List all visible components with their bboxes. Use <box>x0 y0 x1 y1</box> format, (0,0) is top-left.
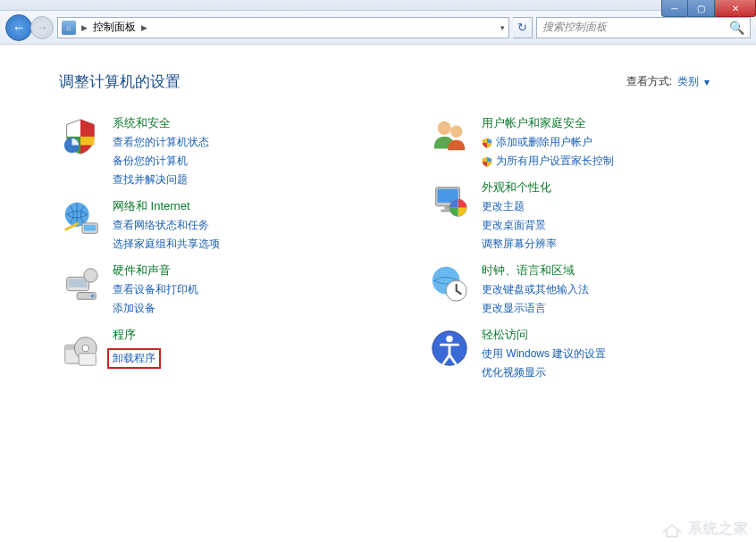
page-title: 调整计算机的设置 <box>59 71 181 92</box>
link-text: 查看设备和打印机 <box>113 282 198 297</box>
category-title[interactable]: 轻松访问 <box>482 327 606 343</box>
category-link[interactable]: 更改显示语言 <box>482 301 589 316</box>
category-link[interactable]: 卸载程序 <box>113 351 155 366</box>
link-text: 查找并解决问题 <box>113 172 188 188</box>
category: 网络和 Internet查看网络状态和任务选择家庭组和共享选项 <box>59 198 365 252</box>
category: 用户帐户和家庭安全添加或删除用户帐户为所有用户设置家长控制 <box>428 115 735 169</box>
shield-icon <box>482 156 492 167</box>
svg-point-26 <box>446 336 453 343</box>
category-link[interactable]: 查看网络状态和任务 <box>113 218 220 233</box>
category-body: 程序卸载程序 <box>113 327 161 370</box>
category-link[interactable]: 查看设备和打印机 <box>113 282 198 297</box>
breadcrumb-label[interactable]: 控制面板 <box>93 20 136 35</box>
category: 轻松访问使用 Windows 建议的设置优化视频显示 <box>428 327 735 380</box>
navbar: ← → ⌂ ▶ 控制面板 ▶ ▾ ↻ 搜索控制面板 🔍 <box>0 11 756 45</box>
link-text: 为所有用户设置家长控制 <box>496 154 614 169</box>
category-body: 硬件和声音查看设备和打印机添加设备 <box>113 263 198 316</box>
watermark: 系统之家 <box>661 520 749 538</box>
svg-point-9 <box>91 295 95 298</box>
category: 程序卸载程序 <box>59 327 365 370</box>
search-icon[interactable]: 🔍 <box>729 21 744 35</box>
right-column: 用户帐户和家庭安全添加或删除用户帐户为所有用户设置家长控制外观和个性化更改主题更… <box>428 115 735 380</box>
control-panel-icon: ⌂ <box>62 21 76 35</box>
link-text: 卸载程序 <box>113 351 155 366</box>
svg-rect-6 <box>69 279 88 288</box>
watermark-text: 系统之家 <box>688 520 749 538</box>
link-text: 添加设备 <box>113 301 155 316</box>
category-icon <box>59 327 102 370</box>
category-link[interactable]: 更改桌面背景 <box>482 218 557 233</box>
link-text: 备份您的计算机 <box>113 154 188 169</box>
window-controls: ─ ▢ ✕ <box>661 0 756 17</box>
link-text: 调整屏幕分辨率 <box>482 237 557 252</box>
link-text: 选择家庭组和共享选项 <box>113 237 220 252</box>
svg-rect-14 <box>79 354 96 365</box>
category-link[interactable]: 更改键盘或其他输入法 <box>482 282 589 297</box>
category-icon <box>59 115 102 158</box>
link-text: 更改桌面背景 <box>482 218 546 233</box>
link-text: 查看网络状态和任务 <box>113 218 209 233</box>
content: 调整计算机的设置 查看方式: 类别 ▾ 系统和安全查看您的计算机状态备份您的计算… <box>0 45 756 542</box>
address-bar[interactable]: ⌂ ▶ 控制面板 ▶ ▾ <box>57 17 509 38</box>
category-link[interactable]: 查看您的计算机状态 <box>113 135 209 150</box>
category-link[interactable]: 使用 Windows 建议的设置 <box>482 346 606 362</box>
search-input[interactable]: 搜索控制面板 🔍 <box>536 17 751 38</box>
maximize-button[interactable]: ▢ <box>688 0 715 17</box>
left-column: 系统和安全查看您的计算机状态备份您的计算机查找并解决问题网络和 Internet… <box>59 115 365 380</box>
category-link[interactable]: 调整屏幕分辨率 <box>482 237 557 252</box>
svg-point-7 <box>84 269 97 282</box>
category-body: 用户帐户和家庭安全添加或删除用户帐户为所有用户设置家长控制 <box>482 115 614 169</box>
link-text: 更改键盘或其他输入法 <box>482 282 589 297</box>
highlighted-link[interactable]: 卸载程序 <box>107 348 161 369</box>
category-title[interactable]: 系统和安全 <box>113 115 209 131</box>
view-by: 查看方式: 类别 ▾ <box>626 74 710 89</box>
category-link[interactable]: 为所有用户设置家长控制 <box>482 154 614 169</box>
titlebar: ─ ▢ ✕ <box>0 0 756 11</box>
link-text: 使用 Windows 建议的设置 <box>482 346 606 362</box>
view-by-value[interactable]: 类别 <box>677 74 699 89</box>
link-text: 添加或删除用户帐户 <box>496 135 592 150</box>
refresh-button[interactable]: ↻ <box>513 17 533 38</box>
category-icon <box>428 327 471 370</box>
forward-button[interactable]: → <box>30 16 54 39</box>
link-text: 更改主题 <box>482 199 525 214</box>
link-text: 更改显示语言 <box>482 301 546 316</box>
category: 外观和个性化更改主题更改桌面背景调整屏幕分辨率 <box>428 179 735 252</box>
close-button[interactable]: ✕ <box>715 0 756 17</box>
category-body: 外观和个性化更改主题更改桌面背景调整屏幕分辨率 <box>482 179 557 252</box>
category-title[interactable]: 外观和个性化 <box>482 179 557 196</box>
category-title[interactable]: 硬件和声音 <box>113 263 198 279</box>
category-body: 系统和安全查看您的计算机状态备份您的计算机查找并解决问题 <box>113 115 209 188</box>
view-by-label: 查看方式: <box>626 74 672 89</box>
svg-rect-4 <box>84 225 96 231</box>
category-title[interactable]: 网络和 Internet <box>113 198 220 214</box>
chevron-down-icon[interactable]: ▾ <box>704 76 710 88</box>
category-body: 轻松访问使用 Windows 建议的设置优化视频显示 <box>482 327 606 380</box>
category-icon <box>59 263 102 305</box>
nav-arrows: ← → <box>5 14 54 41</box>
minimize-button[interactable]: ─ <box>661 0 688 17</box>
category-body: 网络和 Internet查看网络状态和任务选择家庭组和共享选项 <box>113 198 220 252</box>
link-text: 优化视频显示 <box>482 365 546 380</box>
category-link[interactable]: 更改主题 <box>482 199 557 214</box>
category-icon <box>428 263 471 305</box>
breadcrumb-sep-icon: ▶ <box>81 23 88 32</box>
address-dropdown-icon[interactable]: ▾ <box>500 23 505 32</box>
category-title[interactable]: 用户帐户和家庭安全 <box>482 115 614 131</box>
shield-icon <box>482 138 492 148</box>
category-link[interactable]: 添加设备 <box>113 301 198 316</box>
link-text: 查看您的计算机状态 <box>113 135 209 150</box>
category: 系统和安全查看您的计算机状态备份您的计算机查找并解决问题 <box>59 115 365 188</box>
svg-point-13 <box>82 345 89 352</box>
back-button[interactable]: ← <box>5 14 32 41</box>
category-title[interactable]: 时钟、语言和区域 <box>482 263 589 279</box>
watermark-logo-icon <box>661 521 683 538</box>
category-link[interactable]: 添加或删除用户帐户 <box>482 135 614 150</box>
category-link[interactable]: 查找并解决问题 <box>113 172 209 188</box>
category-link[interactable]: 选择家庭组和共享选项 <box>113 237 220 252</box>
svg-point-15 <box>438 121 451 135</box>
category-icon <box>428 115 471 158</box>
category-link[interactable]: 优化视频显示 <box>482 365 606 380</box>
category-link[interactable]: 备份您的计算机 <box>113 154 209 169</box>
category-title[interactable]: 程序 <box>113 327 161 343</box>
